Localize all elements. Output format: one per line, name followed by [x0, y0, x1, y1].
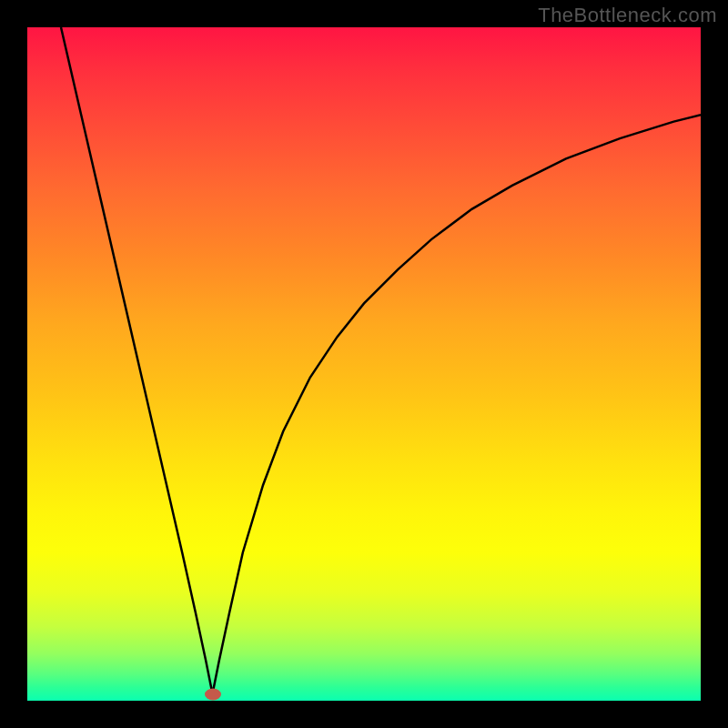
chart-marker-dot [205, 688, 221, 700]
chart-plot-area [27, 27, 701, 701]
watermark-text: TheBottleneck.com [538, 4, 717, 27]
chart-curve-svg [27, 27, 701, 701]
chart-curve [61, 27, 701, 694]
